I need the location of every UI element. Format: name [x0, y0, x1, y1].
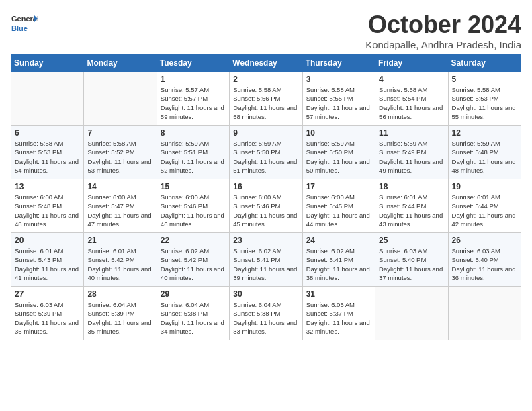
logo: General Blue [11, 11, 38, 38]
day-info: Sunrise: 5:59 AMSunset: 5:50 PMDaylight:… [306, 139, 371, 175]
month-year-title: October 2024 [365, 11, 521, 39]
calendar-cell: 28Sunrise: 6:04 AMSunset: 5:39 PMDayligh… [84, 287, 157, 340]
day-number: 23 [233, 236, 298, 245]
day-number: 17 [306, 182, 371, 191]
day-number: 30 [233, 289, 298, 299]
calendar-cell: 8Sunrise: 5:59 AMSunset: 5:51 PMDaylight… [157, 126, 229, 179]
day-number: 26 [452, 236, 517, 245]
calendar-cell: 2Sunrise: 5:58 AMSunset: 5:56 PMDaylight… [230, 72, 302, 126]
header-sunday: Sunday [11, 55, 84, 72]
day-number: 3 [306, 75, 371, 84]
header-monday: Monday [84, 55, 157, 72]
day-number: 14 [87, 182, 152, 191]
calendar-cell: 6Sunrise: 5:58 AMSunset: 5:53 PMDaylight… [11, 126, 84, 179]
day-number: 31 [306, 289, 371, 299]
day-info: Sunrise: 5:58 AMSunset: 5:52 PMDaylight:… [87, 139, 152, 175]
calendar-cell: 24Sunrise: 6:02 AMSunset: 5:41 PMDayligh… [302, 233, 375, 287]
calendar-cell: 11Sunrise: 5:59 AMSunset: 5:49 PMDayligh… [375, 126, 448, 179]
day-info: Sunrise: 6:03 AMSunset: 5:40 PMDaylight:… [452, 246, 517, 282]
calendar-cell [11, 72, 84, 126]
calendar-week-row: 6Sunrise: 5:58 AMSunset: 5:53 PMDaylight… [11, 126, 521, 179]
day-number: 21 [87, 236, 152, 245]
day-number: 25 [379, 236, 444, 245]
day-info: Sunrise: 5:58 AMSunset: 5:56 PMDaylight:… [233, 85, 298, 121]
day-info: Sunrise: 6:03 AMSunset: 5:40 PMDaylight:… [379, 246, 444, 282]
day-info: Sunrise: 6:01 AMSunset: 5:42 PMDaylight:… [87, 246, 152, 282]
calendar-cell: 29Sunrise: 6:04 AMSunset: 5:38 PMDayligh… [157, 287, 229, 340]
day-info: Sunrise: 6:01 AMSunset: 5:44 PMDaylight:… [379, 193, 444, 228]
day-info: Sunrise: 6:04 AMSunset: 5:38 PMDaylight:… [161, 300, 226, 336]
header-friday: Friday [375, 55, 448, 72]
calendar-cell: 21Sunrise: 6:01 AMSunset: 5:42 PMDayligh… [84, 233, 157, 287]
day-info: Sunrise: 6:00 AMSunset: 5:48 PMDaylight:… [15, 193, 80, 228]
day-info: Sunrise: 5:57 AMSunset: 5:57 PMDaylight:… [161, 85, 226, 121]
calendar-cell: 13Sunrise: 6:00 AMSunset: 5:48 PMDayligh… [11, 179, 84, 233]
calendar-cell: 27Sunrise: 6:03 AMSunset: 5:39 PMDayligh… [11, 287, 84, 340]
day-number: 18 [379, 182, 444, 191]
day-info: Sunrise: 5:59 AMSunset: 5:51 PMDaylight:… [161, 139, 226, 175]
calendar-cell: 17Sunrise: 6:00 AMSunset: 5:45 PMDayligh… [302, 179, 375, 233]
day-number: 4 [379, 75, 444, 84]
logo-svg: General Blue [11, 11, 38, 38]
calendar-table: SundayMondayTuesdayWednesdayThursdayFrid… [11, 54, 521, 340]
calendar-cell: 16Sunrise: 6:00 AMSunset: 5:46 PMDayligh… [230, 179, 302, 233]
header-saturday: Saturday [448, 55, 521, 72]
day-number: 8 [161, 128, 226, 138]
day-info: Sunrise: 6:02 AMSunset: 5:42 PMDaylight:… [161, 246, 226, 282]
calendar-cell: 5Sunrise: 5:58 AMSunset: 5:53 PMDaylight… [448, 72, 521, 126]
calendar-cell: 9Sunrise: 5:59 AMSunset: 5:50 PMDaylight… [230, 126, 302, 179]
day-number: 5 [452, 75, 517, 84]
day-number: 28 [87, 289, 152, 299]
day-info: Sunrise: 6:01 AMSunset: 5:44 PMDaylight:… [452, 193, 517, 228]
day-info: Sunrise: 6:03 AMSunset: 5:39 PMDaylight:… [15, 300, 80, 336]
calendar-cell: 30Sunrise: 6:04 AMSunset: 5:38 PMDayligh… [230, 287, 302, 340]
svg-text:Blue: Blue [11, 24, 28, 32]
day-number: 19 [452, 182, 517, 191]
calendar-week-row: 13Sunrise: 6:00 AMSunset: 5:48 PMDayligh… [11, 179, 521, 233]
day-number: 7 [87, 128, 152, 138]
calendar-header-row: SundayMondayTuesdayWednesdayThursdayFrid… [11, 55, 521, 72]
day-number: 11 [379, 128, 444, 138]
day-number: 9 [233, 128, 298, 138]
day-info: Sunrise: 6:02 AMSunset: 5:41 PMDaylight:… [306, 246, 371, 282]
calendar-cell: 10Sunrise: 5:59 AMSunset: 5:50 PMDayligh… [302, 126, 375, 179]
calendar-cell: 3Sunrise: 5:58 AMSunset: 5:55 PMDaylight… [302, 72, 375, 126]
calendar-cell: 4Sunrise: 5:58 AMSunset: 5:54 PMDaylight… [375, 72, 448, 126]
day-info: Sunrise: 5:59 AMSunset: 5:50 PMDaylight:… [233, 139, 298, 175]
calendar-cell: 31Sunrise: 6:05 AMSunset: 5:37 PMDayligh… [302, 287, 375, 340]
calendar-cell [448, 287, 521, 340]
location-subtitle: Kondapalle, Andhra Pradesh, India [365, 39, 521, 50]
calendar-cell: 19Sunrise: 6:01 AMSunset: 5:44 PMDayligh… [448, 179, 521, 233]
day-info: Sunrise: 6:00 AMSunset: 5:46 PMDaylight:… [161, 193, 226, 228]
day-info: Sunrise: 6:04 AMSunset: 5:39 PMDaylight:… [87, 300, 152, 336]
day-info: Sunrise: 6:02 AMSunset: 5:41 PMDaylight:… [233, 246, 298, 282]
calendar-cell: 20Sunrise: 6:01 AMSunset: 5:43 PMDayligh… [11, 233, 84, 287]
day-number: 12 [452, 128, 517, 138]
calendar-cell: 23Sunrise: 6:02 AMSunset: 5:41 PMDayligh… [230, 233, 302, 287]
day-info: Sunrise: 5:59 AMSunset: 5:48 PMDaylight:… [452, 139, 517, 175]
day-info: Sunrise: 6:04 AMSunset: 5:38 PMDaylight:… [233, 300, 298, 336]
calendar-cell: 18Sunrise: 6:01 AMSunset: 5:44 PMDayligh… [375, 179, 448, 233]
header-wednesday: Wednesday [230, 55, 302, 72]
day-info: Sunrise: 5:58 AMSunset: 5:55 PMDaylight:… [306, 85, 371, 121]
title-block: October 2024 Kondapalle, Andhra Pradesh,… [365, 11, 521, 50]
calendar-cell: 14Sunrise: 6:00 AMSunset: 5:47 PMDayligh… [84, 179, 157, 233]
calendar-week-row: 20Sunrise: 6:01 AMSunset: 5:43 PMDayligh… [11, 233, 521, 287]
day-info: Sunrise: 6:05 AMSunset: 5:37 PMDaylight:… [306, 300, 371, 336]
calendar-cell [375, 287, 448, 340]
day-number: 1 [161, 75, 226, 84]
day-number: 16 [233, 182, 298, 191]
calendar-cell [84, 72, 157, 126]
day-number: 24 [306, 236, 371, 245]
day-number: 29 [161, 289, 226, 299]
day-info: Sunrise: 6:00 AMSunset: 5:46 PMDaylight:… [233, 193, 298, 228]
calendar-cell: 22Sunrise: 6:02 AMSunset: 5:42 PMDayligh… [157, 233, 229, 287]
calendar-cell: 12Sunrise: 5:59 AMSunset: 5:48 PMDayligh… [448, 126, 521, 179]
page-header: General Blue October 2024 Kondapalle, An… [11, 11, 521, 50]
day-info: Sunrise: 6:00 AMSunset: 5:45 PMDaylight:… [306, 193, 371, 228]
day-info: Sunrise: 6:01 AMSunset: 5:43 PMDaylight:… [15, 246, 80, 282]
day-number: 2 [233, 75, 298, 84]
calendar-cell: 26Sunrise: 6:03 AMSunset: 5:40 PMDayligh… [448, 233, 521, 287]
day-number: 27 [15, 289, 80, 299]
day-number: 6 [15, 128, 80, 138]
